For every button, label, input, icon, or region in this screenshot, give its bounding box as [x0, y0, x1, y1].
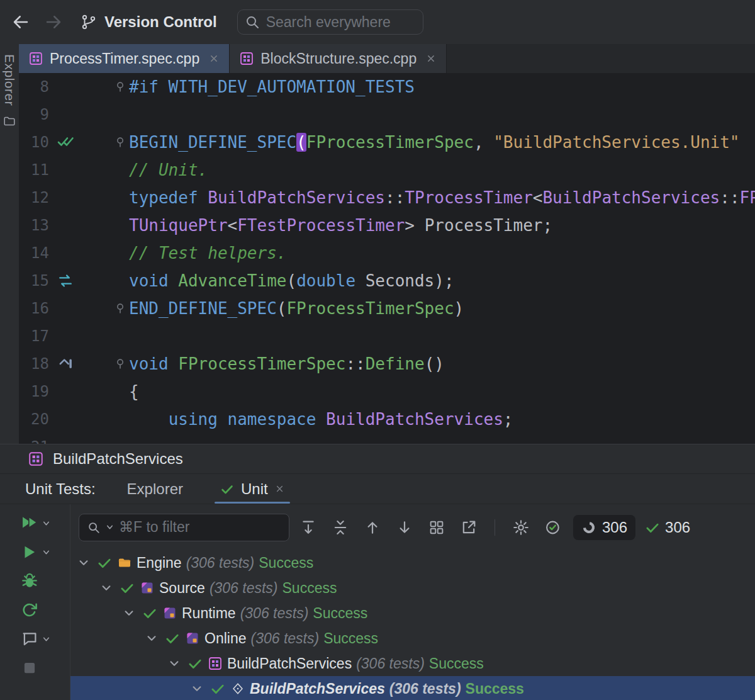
version-control-widget[interactable]: Version Control: [81, 13, 217, 31]
test-node-count: (306 tests): [250, 630, 319, 647]
test-passed-gutter-icon[interactable]: [57, 133, 74, 151]
test-tree-row[interactable]: Runtime(306 tests)Success: [70, 601, 755, 626]
folder-stripe-icon[interactable]: [3, 115, 16, 128]
group-by-icon[interactable]: [428, 519, 445, 536]
code-line: 21: [19, 433, 755, 444]
collapse-all-icon[interactable]: [332, 519, 349, 536]
stop-button[interactable]: [20, 654, 39, 682]
search-everywhere-box[interactable]: Search everywhere: [237, 9, 423, 35]
nav-arrows: [11, 13, 63, 31]
line-number[interactable]: 18: [19, 355, 49, 373]
run-button[interactable]: [20, 538, 50, 566]
chevron-down-icon[interactable]: [166, 655, 182, 672]
run-all-button[interactable]: [20, 509, 50, 537]
chevron-down-icon[interactable]: [42, 548, 50, 556]
close-icon[interactable]: [208, 53, 220, 64]
chevron-down-icon[interactable]: [143, 630, 160, 646]
line-number[interactable]: 21: [19, 438, 49, 444]
filter-input[interactable]: ⌘F to filter: [79, 514, 289, 541]
code-text: void AdvanceTime(double Seconds);: [129, 267, 755, 295]
editor-tab[interactable]: BlockStructure.spec.cpp: [230, 44, 447, 73]
tool-tab-label: Unit: [241, 480, 268, 498]
test-node-status: Success: [323, 630, 378, 647]
line-number[interactable]: 12: [19, 189, 49, 206]
test-tree-row[interactable]: BuildPatchServices(306 tests)Success: [70, 651, 755, 676]
debug-button[interactable]: [20, 567, 39, 595]
line-number[interactable]: 17: [19, 327, 49, 345]
line-number[interactable]: 9: [19, 106, 49, 123]
chevron-down-icon[interactable]: [189, 680, 205, 697]
toolbar-separator: [495, 519, 495, 536]
code-line: 18void FProcessTimerSpec::Define(): [19, 350, 755, 378]
code-line: 12typedef BuildPatchServices::TProcessTi…: [19, 184, 755, 212]
line-number[interactable]: 10: [19, 133, 49, 151]
line-number[interactable]: 14: [19, 244, 49, 262]
test-passed-check-icon: [210, 680, 226, 697]
breadcrumb-label: BuildPatchServices: [53, 450, 183, 468]
test-tree-row[interactable]: Online(306 tests)Success: [70, 626, 755, 651]
line-number[interactable]: 15: [19, 272, 49, 290]
line-number[interactable]: 20: [19, 410, 49, 428]
test-passed-check-icon: [142, 605, 158, 621]
back-arrow-icon[interactable]: [11, 13, 30, 31]
filter-placeholder: ⌘F to filter: [119, 519, 189, 536]
test-passed-check-icon: [96, 555, 113, 571]
export-icon[interactable]: [460, 519, 478, 536]
editor-tab[interactable]: ProcessTimer.spec.cpp: [19, 44, 230, 73]
tool-tab-explorer[interactable]: Explorer: [122, 474, 188, 504]
line-number[interactable]: 13: [19, 217, 49, 234]
git-branch-icon: [81, 14, 97, 30]
test-node-status: Success: [429, 655, 484, 672]
comment-button[interactable]: [20, 625, 50, 653]
expand-all-icon[interactable]: [299, 519, 317, 536]
test-node-status: Success: [313, 605, 367, 622]
recursive-gutter-icon[interactable]: [57, 272, 74, 290]
search-icon: [245, 14, 260, 30]
tab-label: BlockStructure.spec.cpp: [260, 50, 417, 67]
test-tree-row[interactable]: Engine(306 tests)Success: [70, 550, 755, 575]
line-number[interactable]: 11: [19, 161, 49, 179]
code-line: 9: [19, 101, 755, 128]
close-icon[interactable]: [425, 53, 437, 64]
total-count-pill: 306: [573, 515, 635, 540]
code-line: 11// Unit.: [19, 156, 755, 184]
test-tree-row[interactable]: BuildPatchServices(306 tests)Success: [70, 676, 755, 700]
forward-arrow-icon[interactable]: [44, 13, 63, 31]
passed-count: 306: [644, 519, 690, 536]
code-text: // Unit.: [129, 156, 755, 184]
code-line: 13TUniquePtr<FTestProcessTimer> ProcessT…: [19, 212, 755, 239]
breadcrumb[interactable]: BuildPatchServices: [0, 444, 755, 474]
test-node-count: (306 tests): [186, 555, 255, 572]
show-passed-icon[interactable]: [544, 519, 562, 536]
line-number[interactable]: 8: [19, 78, 49, 96]
module-icon: [28, 451, 44, 467]
rerun-button[interactable]: [20, 596, 39, 624]
code-text: END_DEFINE_SPEC(FProcessTimerSpec): [129, 295, 755, 322]
close-icon[interactable]: [274, 483, 285, 494]
stop-icon: [20, 658, 39, 677]
settings-icon[interactable]: [512, 519, 530, 536]
check-icon: [220, 482, 235, 497]
explorer-stripe-label[interactable]: Explorer: [2, 54, 17, 106]
chevron-down-icon[interactable]: [98, 580, 115, 596]
ide-window: Version Control Search everywhere Explor…: [0, 0, 755, 700]
test-node-name: Source: [159, 580, 205, 597]
navigate-up-icon[interactable]: [364, 519, 381, 536]
tool-window-title: Unit Tests:: [25, 480, 96, 498]
chevron-down-icon[interactable]: [42, 519, 50, 528]
filter-search-icon: [87, 521, 101, 534]
override-up-gutter-icon[interactable]: [57, 355, 74, 373]
code-editor[interactable]: 8#if WITH_DEV_AUTOMATION_TESTS910BEGIN_D…: [19, 73, 755, 444]
code-line: 17: [19, 322, 755, 350]
chevron-down-icon[interactable]: [121, 605, 137, 621]
run-all-icon: [20, 514, 39, 533]
tool-tab-unit[interactable]: Unit: [215, 474, 290, 504]
chevron-down-icon[interactable]: [42, 635, 50, 643]
version-control-label: Version Control: [104, 13, 217, 31]
chevron-down-icon[interactable]: [76, 555, 92, 571]
code-line: 16END_DEFINE_SPEC(FProcessTimerSpec): [19, 295, 755, 322]
line-number[interactable]: 19: [19, 383, 49, 400]
line-number[interactable]: 16: [19, 300, 49, 317]
navigate-down-icon[interactable]: [396, 519, 413, 536]
test-tree-row[interactable]: Source(306 tests)Success: [70, 575, 755, 601]
